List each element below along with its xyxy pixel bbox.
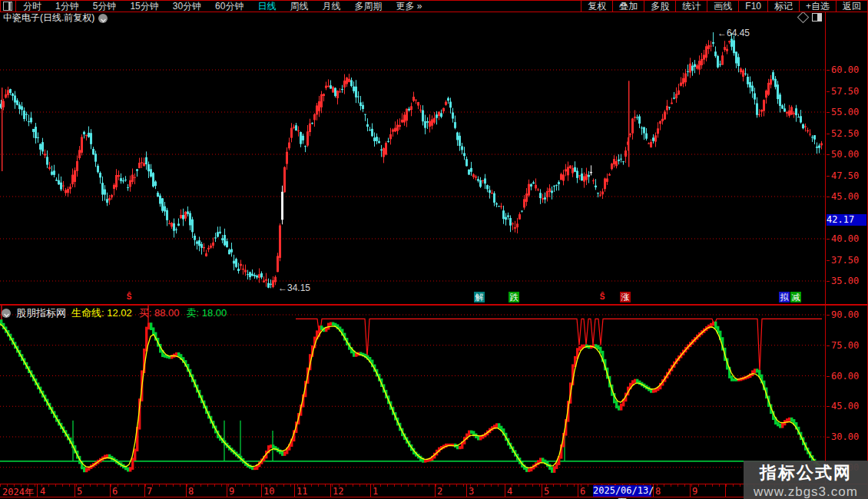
watermark-url: www.zbgs3.com [744,484,868,499]
indicator-source-label: 股朋指标网 [16,306,66,320]
month-label: 7 [147,486,152,497]
month-label: 6 [112,486,118,497]
month-separator [505,484,505,497]
month-label: 5 [544,486,549,497]
month-label: 12 [333,486,343,497]
indicator-value-3: 卖: 18.00 [187,306,227,320]
month-label: 3 [469,486,474,497]
event-marker: 涨 [620,292,631,302]
price-extreme-annotation: ←34.15 [278,283,310,293]
month-label: 4 [507,486,512,497]
bottom-border [0,497,868,497]
month-label: 11 [297,486,307,497]
month-separator [435,484,436,497]
indicator-value-2: 买: 88.00 [139,306,180,320]
time-axis-ticks [0,484,826,487]
month-label: 4 [40,486,45,497]
month-separator [186,484,187,497]
month-label: 10 [263,486,274,497]
event-marker: 减 [790,292,801,302]
month-separator [144,484,145,497]
event-marker: 解 [474,292,485,302]
month-separator [110,484,111,497]
event-marker: 跌 [509,292,519,302]
event-marker: 拟 [779,292,790,302]
watermark-title: 指标公式网 [744,461,868,484]
event-marker: Ŝ [597,292,608,302]
price-extreme-annotation: ←64.45 [717,28,750,38]
month-label: 8 [188,486,194,497]
month-separator [227,484,227,497]
indicator-header: 股朋指标网 生命线: 12.02买: 88.00卖: 18.00 [2,306,227,320]
chevron-down-icon[interactable] [2,309,11,318]
event-marker: Ŝ [124,292,134,302]
month-separator [294,484,295,497]
month-label: 2 [437,486,442,497]
month-label: 9 [692,486,697,497]
month-label: 5 [77,486,82,497]
month-label: 1 [373,486,378,497]
trading-app-window: { "toolbar": { "window_icon": "split-pan… [0,0,868,499]
month-label: 9 [229,486,234,497]
month-separator [542,484,542,497]
month-separator [370,484,371,497]
axis-left-border [825,12,826,484]
month-separator [75,484,75,497]
month-separator [725,484,726,497]
panel-separator [0,304,868,306]
month-label: 6 [580,486,585,497]
chart-canvas[interactable] [0,0,868,499]
watermark: 指标公式网 www.zbgs3.com [744,461,868,499]
last-price-tag: 42.17 [827,214,866,226]
month-separator [578,484,578,497]
time-axis[interactable]: 2024年456789101112123456789 2025/06/13/五 [0,484,868,497]
indicator-value-1: 生命线: 12.02 [71,306,132,320]
month-separator [261,484,262,497]
month-label: 8 [655,486,661,497]
month-separator [690,484,691,497]
timeaxis-top-border [0,484,868,484]
selected-date-label: 2025/06/13/五 [593,485,651,497]
month-separator [330,484,331,497]
month-separator [466,484,467,497]
month-separator [37,484,38,497]
